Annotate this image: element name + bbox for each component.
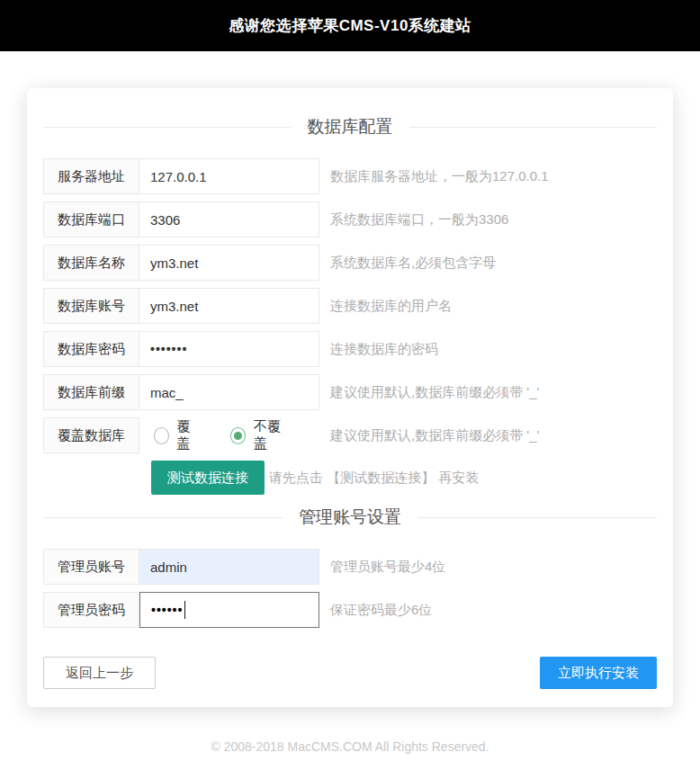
db-prefix-label: 数据库前缀 — [43, 374, 139, 410]
form-row-db-prefix: 数据库前缀 建议使用默认,数据库前缀必须带 '_' — [43, 374, 657, 410]
server-host-label: 服务器地址 — [43, 158, 139, 194]
form-row-db-name: 数据库名称 系统数据库名,必须包含字母 — [43, 245, 657, 281]
admin-user-input[interactable] — [139, 549, 319, 585]
install-card: 数据库配置 服务器地址 数据库服务器地址，一般为127.0.0.1 数据库端口 … — [27, 88, 673, 707]
admin-password-hint: 保证密码最少6位 — [330, 602, 432, 619]
back-button[interactable]: 返回上一步 — [43, 657, 156, 689]
radio-overwrite-yes-label: 覆盖 — [177, 418, 201, 452]
db-password-label: 数据库密码 — [43, 331, 139, 367]
admin-section-title-text: 管理账号设置 — [283, 506, 417, 529]
db-port-hint: 系统数据库端口，一般为3306 — [330, 211, 508, 228]
admin-password-label: 管理员密码 — [43, 592, 139, 628]
form-row-server-host: 服务器地址 数据库服务器地址，一般为127.0.0.1 — [43, 158, 657, 194]
db-name-hint: 系统数据库名,必须包含字母 — [330, 255, 496, 272]
radio-overwrite-yes[interactable]: 覆盖 — [154, 418, 200, 452]
divider-line — [43, 517, 283, 518]
db-port-label: 数据库端口 — [43, 201, 139, 237]
overwrite-radio-group: 覆盖 不覆盖 — [139, 417, 319, 453]
form-row-db-password: 数据库密码 连接数据库的密码 — [43, 331, 657, 367]
test-connection-hint: 请先点击 【测试数据连接】 再安装 — [269, 470, 479, 487]
db-section-title: 数据库配置 — [43, 115, 657, 139]
text-caret — [184, 601, 185, 619]
admin-password-value: •••••• — [151, 603, 183, 617]
db-name-label: 数据库名称 — [43, 245, 139, 281]
db-user-hint: 连接数据库的用户名 — [330, 298, 452, 315]
db-password-hint: 连接数据库的密码 — [330, 341, 438, 358]
db-password-input[interactable] — [139, 331, 319, 367]
db-name-input[interactable] — [139, 245, 319, 281]
server-host-input[interactable] — [139, 158, 319, 194]
test-connection-button[interactable]: 测试数据连接 — [151, 461, 265, 495]
divider-line — [43, 127, 292, 128]
form-row-db-user: 数据库账号 连接数据库的用户名 — [43, 288, 657, 324]
radio-circle-selected — [230, 427, 246, 444]
radio-dot — [234, 432, 242, 440]
db-user-input[interactable] — [139, 288, 319, 324]
db-prefix-hint: 建议使用默认,数据库前缀必须带 '_' — [330, 384, 539, 401]
test-connection-row: 测试数据连接 请先点击 【测试数据连接】 再安装 — [151, 461, 657, 495]
radio-overwrite-no-label: 不覆盖 — [254, 418, 289, 452]
radio-overwrite-no[interactable]: 不覆盖 — [230, 418, 289, 452]
overwrite-label: 覆盖数据库 — [43, 417, 139, 453]
overwrite-hint: 建议使用默认,数据库前缀必须带 '_' — [330, 427, 539, 444]
radio-circle-unselected — [154, 427, 169, 444]
db-user-label: 数据库账号 — [43, 288, 139, 324]
form-row-db-port: 数据库端口 系统数据库端口，一般为3306 — [43, 201, 657, 237]
admin-section-title: 管理账号设置 — [43, 506, 657, 529]
db-prefix-input[interactable] — [139, 374, 319, 410]
page-title: 感谢您选择苹果CMS-V10系统建站 — [229, 15, 471, 36]
copyright-text: © 2008-2018 MacCMS.COM All Rights Reserv… — [0, 739, 700, 754]
admin-password-input[interactable]: •••••• — [139, 592, 319, 628]
admin-user-hint: 管理员账号最少4位 — [330, 559, 445, 576]
divider-line — [417, 517, 657, 518]
install-button[interactable]: 立即执行安装 — [540, 657, 657, 689]
form-row-overwrite: 覆盖数据库 覆盖 不覆盖 建议使用默认,数据库前缀必须带 '_' — [43, 417, 657, 453]
server-host-hint: 数据库服务器地址，一般为127.0.0.1 — [330, 168, 549, 185]
form-row-admin-password: 管理员密码 •••••• 保证密码最少6位 — [43, 592, 657, 628]
divider-line — [409, 127, 658, 128]
admin-user-label: 管理员账号 — [43, 549, 139, 585]
db-port-input[interactable] — [139, 201, 319, 237]
form-row-admin-user: 管理员账号 管理员账号最少4位 — [43, 549, 657, 585]
db-section-title-text: 数据库配置 — [292, 115, 409, 139]
header-bar: 感谢您选择苹果CMS-V10系统建站 — [0, 0, 700, 51]
bottom-actions: 返回上一步 立即执行安装 — [43, 657, 657, 689]
